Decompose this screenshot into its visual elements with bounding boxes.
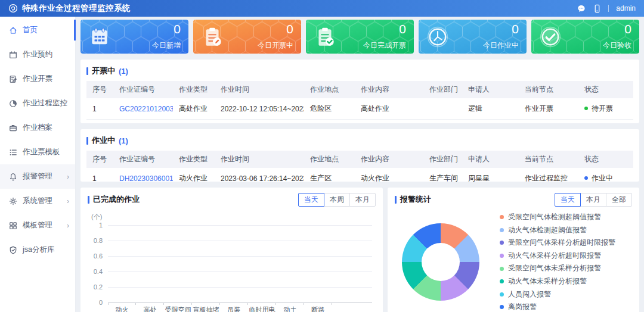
x-category: 盲板抽堵 bbox=[192, 302, 220, 312]
stat-value: 0 bbox=[483, 23, 519, 36]
working-table: 序号作业证编号作业类型作业时间作业地点作业内容作业部门申请人当前节点状态 1 D… bbox=[86, 151, 633, 182]
stat-label: 今日完成开票 bbox=[363, 40, 406, 51]
filter-month-button[interactable]: 本月 bbox=[349, 193, 376, 207]
stat-value: 0 bbox=[363, 23, 406, 36]
ticket-number-link[interactable]: DH202303060010 bbox=[119, 174, 173, 182]
message-icon[interactable] bbox=[577, 4, 586, 13]
calendar-icon bbox=[9, 51, 17, 59]
legend-item: 受限空间气体采样分析超时限报警 bbox=[500, 238, 615, 248]
x-category: 受限空间 bbox=[164, 302, 192, 312]
panel-title-completed-jobs: 已完成的作业 bbox=[88, 194, 140, 205]
ticketing-panel: 开票中(1) 序号作业证编号作业类型作业时间作业地点作业内容作业部门申请人当前节… bbox=[80, 60, 639, 123]
legend-item: 受限空间气体未采样分析报警 bbox=[500, 264, 615, 273]
x-category: 吊装 bbox=[220, 302, 248, 312]
app: 特殊作业全过程管理监控系统 admin 首页 作业预约 bbox=[0, 0, 644, 312]
legend-dot bbox=[500, 241, 504, 245]
list-icon bbox=[9, 148, 17, 157]
alarm-filters: 当天 本月 全部 bbox=[555, 193, 632, 207]
table-row: 1 DH202303060010 动火作业 2023-03-06 17:26:1… bbox=[86, 168, 633, 182]
gear-icon bbox=[9, 197, 17, 205]
clipboard-edit-icon bbox=[201, 26, 224, 48]
username[interactable]: admin bbox=[616, 4, 636, 13]
completed-jobs-panel: 已完成的作业 当天 本周 本月 (个) 1 0.8 0.6 0.4 0.2 bbox=[80, 188, 383, 312]
stat-label: 今日验收 bbox=[603, 40, 631, 51]
stat-cards-row: 0 今日新增 0 今日开票中 bbox=[80, 20, 639, 54]
filter-week-button[interactable]: 本周 bbox=[324, 193, 350, 207]
stat-label: 今日作业中 bbox=[483, 40, 519, 51]
ticketing-table: 序号作业证编号作业类型作业时间作业地点作业内容作业部门申请人当前节点状态 1 G… bbox=[86, 81, 633, 120]
process-monitor-icon bbox=[9, 99, 17, 108]
stat-label: 今日开票中 bbox=[258, 40, 293, 51]
table-header-row: 序号作业证编号作业类型作业时间作业地点作业内容作业部门申请人当前节点状态 bbox=[86, 151, 633, 168]
legend-dot bbox=[500, 292, 504, 297]
sidebar-item-ticket-template[interactable]: 作业票模板 bbox=[0, 140, 75, 164]
legend-dot bbox=[500, 305, 504, 309]
filter-today-button[interactable]: 当天 bbox=[298, 193, 324, 207]
x-category: 断路 bbox=[304, 302, 332, 312]
briefcase-icon bbox=[9, 124, 17, 132]
completed-filters: 当天 本周 本月 bbox=[298, 193, 376, 207]
sidebar-item-template-management[interactable]: 模板管理 › bbox=[0, 213, 75, 238]
table-header-row: 序号作业证编号作业类型作业时间作业地点作业内容作业部门申请人当前节点状态 bbox=[86, 81, 633, 98]
top-bar: 特殊作业全过程管理监控系统 admin bbox=[0, 0, 644, 17]
legend-item: 动火气体未采样分析报警 bbox=[500, 277, 615, 286]
y-tick: 0 bbox=[99, 299, 103, 306]
sidebar-item-home[interactable]: 首页 bbox=[0, 18, 75, 42]
user-area: admin bbox=[577, 4, 636, 13]
x-category: 动火 bbox=[108, 302, 136, 312]
template-grid-icon bbox=[9, 221, 17, 230]
legend-item: 受限空间气体检测超阈值报警 bbox=[500, 213, 615, 222]
filter-month-button[interactable]: 本月 bbox=[580, 193, 606, 207]
panel-title-ticketing: 开票中(1) bbox=[86, 65, 128, 76]
status-badge: 待开票 bbox=[592, 104, 613, 113]
working-count: (1) bbox=[119, 136, 128, 145]
sidebar-item-jsa-library[interactable]: jsa分析库 bbox=[0, 238, 75, 262]
sidebar-item-job-archive[interactable]: 作业档案 bbox=[0, 116, 75, 140]
chevron-right-icon: › bbox=[67, 173, 69, 181]
stat-card-acceptance-today: 0 今日验收 bbox=[531, 20, 639, 54]
home-icon bbox=[9, 26, 17, 35]
sidebar: 首页 作业预约 作业开票 作业过程监控 作业档案 作业票模板 bbox=[0, 17, 76, 312]
stat-card-ticketing-today: 0 今日开票中 bbox=[193, 20, 301, 54]
legend-dot bbox=[500, 279, 504, 283]
brand: 特殊作业全过程管理监控系统 bbox=[8, 3, 131, 14]
legend-item: 离岗报警 bbox=[500, 302, 615, 312]
document-edit-icon bbox=[9, 75, 17, 83]
app-title: 特殊作业全过程管理监控系统 bbox=[22, 3, 131, 14]
ticketing-status-dot bbox=[584, 107, 588, 110]
mobile-icon[interactable] bbox=[593, 4, 601, 13]
calendar-icon bbox=[88, 26, 111, 48]
x-category: 动土 bbox=[276, 302, 304, 312]
chevron-right-icon: › bbox=[67, 221, 69, 230]
sidebar-item-job-ticketing[interactable]: 作业开票 bbox=[0, 67, 75, 91]
stat-value: 0 bbox=[152, 23, 181, 36]
y-tick: 0.6 bbox=[94, 252, 103, 260]
stat-card-working-today: 0 今日作业中 bbox=[419, 20, 527, 54]
alarm-chart-body: 受限空间气体检测超阈值报警 动火气体检测超阈值报警 受限空间气体采样分析超时限报… bbox=[395, 213, 632, 312]
working-status-dot bbox=[584, 176, 588, 180]
brand-logo-icon bbox=[8, 4, 18, 13]
sidebar-item-alarm-management[interactable]: 报警管理 › bbox=[0, 164, 75, 189]
clipboard-check-icon bbox=[314, 26, 336, 48]
divider bbox=[608, 5, 609, 12]
stat-value: 0 bbox=[258, 23, 293, 36]
sidebar-item-job-reservation[interactable]: 作业预约 bbox=[0, 42, 75, 67]
ticket-number-link[interactable]: GC202210120030 bbox=[119, 105, 173, 113]
ticketing-count: (1) bbox=[119, 67, 128, 76]
x-axis-labels: 动火 高处 受限空间 盲板抽堵 吊装 临时用电 动土 断路 bbox=[108, 302, 376, 312]
alarm-legend: 受限空间气体检测超阈值报警 动火气体检测超阈值报警 受限空间气体采样分析超时限报… bbox=[500, 213, 615, 312]
sidebar-item-system-management[interactable]: 系统管理 › bbox=[0, 189, 75, 213]
filter-all-button[interactable]: 全部 bbox=[606, 193, 632, 207]
filter-today-button[interactable]: 当天 bbox=[555, 193, 581, 207]
legend-dot bbox=[500, 267, 504, 271]
alarm-statistics-panel: 报警统计 当天 本月 全部 受限空间气体检测超阈值报警 动火气体检测超阈值报警 … bbox=[388, 188, 639, 312]
main-content: 0 今日新增 0 今日开票中 bbox=[76, 17, 644, 312]
stat-label: 今日新增 bbox=[152, 40, 181, 51]
clock-icon bbox=[426, 26, 449, 48]
panel-title-alarm-statistics: 报警统计 bbox=[395, 194, 431, 205]
sidebar-item-process-monitor[interactable]: 作业过程监控 bbox=[0, 91, 75, 116]
legend-item: 动火气体采样分析超时限报警 bbox=[500, 251, 615, 261]
y-tick: 0.8 bbox=[94, 237, 103, 244]
legend-item: 动火气体检测超阈值报警 bbox=[500, 226, 615, 235]
chevron-right-icon: › bbox=[67, 197, 69, 205]
